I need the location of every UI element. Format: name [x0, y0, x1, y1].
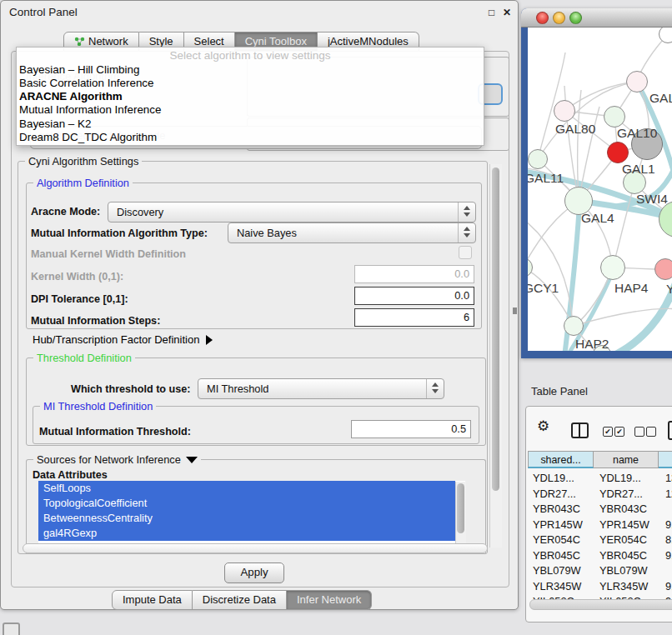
table-row[interactable]: YLR345WYLR345W9. — [528, 579, 672, 595]
node-gal11[interactable] — [528, 149, 548, 169]
mi-threshold-label: Mutual Information Threshold: — [39, 426, 191, 438]
collapsed-arrow-icon[interactable] — [206, 335, 213, 345]
network-view-window: GAL GAL80 GAL10 GAL1 GAL11 SWI4 GAL4 GCY… — [521, 8, 672, 358]
minimize-traffic-light-icon[interactable] — [553, 12, 565, 24]
expanded-arrow-icon[interactable] — [186, 457, 198, 463]
node-label-gal11: GAL11 — [528, 171, 564, 186]
node-label-hap4: HAP4 — [614, 281, 649, 296]
node-gal10[interactable] — [604, 106, 625, 128]
node-hap2[interactable] — [564, 316, 584, 336]
dropdown-item-dream8[interactable]: Dream8 DC_TDC Algorithm — [19, 131, 157, 143]
manual-kernel-width-checkbox[interactable] — [459, 246, 472, 259]
data-attributes-label: Data Attributes — [33, 469, 108, 481]
node-hap4[interactable] — [600, 255, 625, 280]
node-salmon[interactable] — [654, 258, 672, 280]
unchecked-checkbox-icon[interactable] — [646, 427, 656, 437]
dpi-tolerance-field[interactable]: 0.0 — [354, 287, 474, 305]
list-item-selfloops[interactable]: SelfLoops — [38, 481, 455, 496]
network-icon — [74, 33, 85, 42]
close-icon[interactable]: ✕ — [503, 7, 511, 18]
combo-stepper-icon — [426, 379, 444, 398]
attributes-vertical-scrollbar[interactable] — [455, 482, 466, 543]
node-label-swi4: SWI4 — [636, 192, 668, 207]
close-traffic-light-icon[interactable] — [536, 12, 549, 24]
list-item-topologicalcoefficient[interactable]: TopologicalCoefficient — [38, 496, 455, 511]
attributes-scrollbar-thumb[interactable] — [457, 483, 464, 533]
settings-vertical-scrollbar[interactable] — [489, 164, 502, 548]
network-canvas[interactable]: GAL GAL80 GAL10 GAL1 GAL11 SWI4 GAL4 GCY… — [528, 28, 672, 351]
float-window-icon[interactable]: □ — [489, 7, 494, 18]
mi-algorithm-type-select[interactable]: Naive Bayes — [228, 222, 476, 243]
list-item-gal4rgexp[interactable]: gal4RGexp — [38, 526, 455, 541]
checked-checkbox-icon[interactable]: ✔ — [603, 427, 613, 437]
network-window-titlebar[interactable] — [521, 8, 672, 28]
settings-scrollbar-thumb[interactable] — [492, 168, 499, 491]
tab-discretize-data[interactable]: Discretize Data — [193, 590, 287, 610]
tab-cyni-toolbox-label: Cyni Toolbox — [245, 35, 307, 48]
tab-style-label: Style — [149, 35, 173, 48]
panel-splitter-handle[interactable] — [513, 308, 517, 314]
tab-discretize-data-label: Discretize Data — [203, 593, 276, 606]
mi-algorithm-type-label: Mutual Information Algorithm Type: — [31, 228, 208, 239]
table-row[interactable]: YER054CYER054C8. — [528, 532, 672, 548]
dropdown-item-mutual-information[interactable]: Mutual Information Inference — [19, 103, 161, 116]
table-row[interactable]: YBL079WYBL079W — [528, 563, 672, 579]
dropdown-item-aracne[interactable]: ARACNE Algorithm — [19, 90, 123, 102]
tab-jactivemnodules-label: jActiveMNodules — [328, 35, 409, 48]
tab-infer-network[interactable]: Infer Network — [287, 590, 372, 610]
unchecked-checkbox-icon[interactable] — [634, 427, 644, 437]
network-edges — [528, 28, 672, 351]
node-label-gal4: GAL4 — [581, 211, 614, 226]
table-row[interactable]: YBR043CYBR043C — [528, 502, 672, 518]
data-attributes-list: SelfLoops TopologicalCoefficient Between… — [38, 481, 465, 544]
table-row[interactable]: YPR145WYPR145W9. — [528, 518, 672, 533]
screen: { "icons": { "minimize": "□", "close": "… — [0, 0, 672, 635]
checked-checkbox-icon[interactable]: ✔ — [614, 427, 624, 437]
node-gal-partial[interactable] — [626, 71, 648, 92]
list-item-betweennesscentrality[interactable]: BetweennessCentrality — [38, 511, 455, 526]
algorithm-dropdown-list: Select algorithm to view settings Bayesi… — [16, 47, 484, 146]
tab-impute-data[interactable]: Impute Data — [112, 590, 193, 610]
table-row[interactable]: YDL19...YDL19...13 — [528, 471, 672, 487]
which-threshold-select[interactable]: MI Threshold — [198, 378, 444, 399]
table-row[interactable]: YBR045CYBR045C9. — [528, 548, 672, 564]
dpi-tolerance-label: DPI Tolerance [0,1]: — [31, 293, 128, 305]
node-red-selected[interactable] — [607, 142, 629, 163]
gear-icon[interactable]: ⚙ — [537, 419, 549, 433]
split-columns-icon[interactable] — [571, 422, 589, 438]
minimized-panel-icon[interactable] — [3, 622, 20, 635]
dropdown-item-bayesian-k2[interactable]: Bayesian – K2 — [19, 118, 91, 130]
node-label-salmon-partial: Y — [666, 282, 672, 297]
which-threshold-value: MI Threshold — [207, 382, 268, 395]
node-label-gcy1: GCY1 — [528, 281, 559, 296]
mi-algorithm-type-value: Naive Bayes — [237, 227, 297, 239]
apply-button[interactable]: Apply — [224, 562, 284, 583]
aracne-mode-value: Discovery — [117, 206, 163, 218]
tab-infer-network-label: Infer Network — [297, 593, 361, 606]
column-header-shared[interactable]: shared... — [528, 451, 594, 468]
table-panel: ⚙ ✔ ✔ shared... name YDL19...YDL19...13 … — [525, 406, 672, 622]
mi-threshold-definition-title: MI Threshold Definition — [40, 400, 156, 412]
mi-steps-field[interactable]: 6 — [354, 308, 474, 327]
combo-stepper-icon — [458, 223, 475, 242]
dropdown-item-basic-correlation[interactable]: Basic Correlation Inference — [19, 77, 154, 89]
table-horizontal-scrollbar[interactable] — [529, 599, 672, 610]
node-gal80[interactable] — [554, 100, 575, 122]
table-row[interactable]: YDR27...YDR27...12 — [528, 487, 672, 502]
kernel-width-field[interactable]: 0.0 — [354, 265, 474, 283]
table-toolbar-icon-partial[interactable] — [668, 421, 672, 440]
sources-title-text: Sources for Network Inference — [37, 453, 181, 466]
control-panel-titlebar[interactable]: Control Panel □ ✕ — [1, 1, 518, 22]
zoom-traffic-light-icon[interactable] — [569, 12, 582, 24]
table-panel-title: Table Panel — [531, 385, 588, 398]
column-header-name[interactable]: name — [594, 451, 659, 468]
mi-threshold-field[interactable]: 0.5 — [351, 420, 471, 438]
kernel-width-label: Kernel Width (0,1): — [31, 271, 123, 282]
aracne-mode-select[interactable]: Discovery — [108, 202, 476, 222]
column-header-partial[interactable] — [659, 451, 672, 468]
node-label-gal80: GAL80 — [555, 122, 595, 137]
settings-horizontal-scrollbar[interactable] — [23, 543, 488, 553]
dropdown-item-bayesian-hill-climbing[interactable]: Bayesian – Hill Climbing — [19, 63, 139, 76]
node-label-gal10: GAL10 — [617, 126, 657, 141]
hub-tf-definition-toggle[interactable]: Hub/Transcription Factor Definition — [33, 333, 213, 346]
